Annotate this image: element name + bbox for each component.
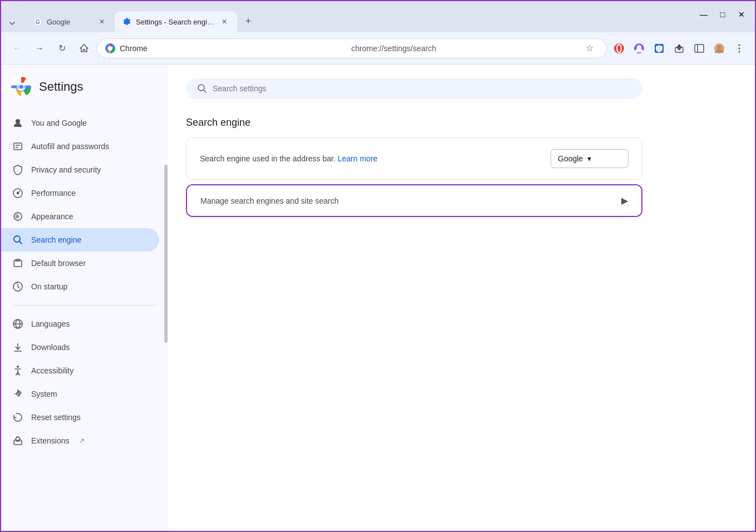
reload-button[interactable]: ↻ (52, 39, 71, 58)
sidebar-item-label: Privacy and security (31, 165, 101, 174)
svg-line-36 (19, 242, 22, 244)
settings-header: Settings (1, 76, 168, 111)
content-area: Search engine Search engine used in the … (168, 65, 755, 531)
search-engine-card: Search engine used in the address bar. L… (186, 137, 642, 180)
sidebar-item-autofill[interactable]: Autofill and passwords (1, 135, 159, 158)
sidebar-scrollbar-thumb[interactable] (164, 165, 168, 343)
manage-search-engines-row[interactable]: Manage search engines and site search ▶ (187, 185, 641, 216)
performance-icon (12, 188, 23, 199)
profile-icon[interactable] (630, 40, 648, 57)
dropdown-arrow-icon: ▾ (587, 154, 591, 163)
sidebar-icon[interactable] (690, 40, 708, 57)
minimize-button[interactable]: — (695, 6, 713, 23)
sidebar: Settings You and Google Autofill and pas… (1, 65, 168, 531)
autofill-icon (12, 141, 23, 152)
tab-settings[interactable]: Settings - Search engine ✕ (115, 11, 237, 32)
tab-settings-close[interactable]: ✕ (219, 17, 229, 27)
settings-favicon (122, 17, 131, 26)
sidebar-item-label: Languages (31, 319, 70, 328)
extensions-icon (12, 435, 23, 446)
sidebar-item-on-startup[interactable]: On startup (1, 275, 159, 298)
svg-point-32 (17, 193, 19, 194)
sidebar-item-label: Autofill and passwords (31, 142, 109, 151)
new-tab-button[interactable]: + (239, 12, 257, 30)
svg-line-48 (204, 90, 206, 92)
sidebar-item-label: Downloads (31, 343, 70, 352)
sidebar-item-privacy[interactable]: Privacy and security (1, 158, 159, 181)
tab-google-close[interactable]: ✕ (97, 17, 107, 27)
settings-page-title: Settings (39, 80, 84, 94)
sidebar-item-label: Reset settings (31, 413, 81, 422)
svg-point-44 (17, 366, 19, 368)
tab-settings-title: Settings - Search engine (136, 18, 215, 26)
svg-text:G: G (36, 19, 40, 25)
sidebar-item-label: Default browser (31, 259, 86, 268)
extension-icon[interactable] (670, 40, 688, 57)
sidebar-item-accessibility[interactable]: Accessibility (1, 359, 159, 382)
dropdown-value: Google (558, 154, 583, 163)
sidebar-item-you-and-google[interactable]: You and Google (1, 111, 159, 135)
toolbar-icons (610, 40, 748, 57)
address-bar[interactable]: Chrome chrome://settings/search ☆ (97, 38, 607, 58)
svg-point-5 (109, 46, 112, 50)
chrome-favicon (105, 43, 115, 53)
forward-button[interactable]: → (30, 39, 49, 58)
sidebar-item-search-engine[interactable]: Search engine (1, 228, 159, 252)
default-browser-icon (12, 258, 23, 269)
sidebar-item-downloads[interactable]: Downloads (1, 336, 159, 359)
account-icon[interactable] (710, 40, 728, 57)
close-button[interactable]: ✕ (733, 6, 750, 23)
system-icon (12, 388, 23, 400)
sidebar-item-label: System (31, 390, 57, 398)
sidebar-item-reset-settings[interactable]: Reset settings (1, 406, 159, 429)
languages-icon (12, 318, 23, 329)
search-bar-container (186, 78, 737, 99)
sidebar-item-system[interactable]: System (1, 382, 159, 406)
svg-point-26 (19, 85, 23, 89)
accessibility-icon (12, 365, 23, 376)
bitwarden-icon[interactable] (650, 40, 668, 57)
svg-point-47 (198, 85, 204, 91)
privacy-icon (12, 164, 23, 175)
sidebar-item-extensions[interactable]: Extensions ↗ (1, 429, 159, 452)
tab-google-title: Google (47, 18, 92, 26)
sidebar-divider (12, 305, 157, 306)
main-content: Settings You and Google Autofill and pas… (1, 65, 755, 531)
svg-point-17 (739, 47, 740, 49)
manage-search-engines-label: Manage search engines and site search (200, 196, 621, 205)
titlebar: G Google ✕ Settings - Search engine ✕ + (1, 1, 755, 32)
section-title: Search engine (186, 117, 737, 129)
manage-search-engines-card: Manage search engines and site search ▶ (186, 184, 642, 217)
sidebar-item-default-browser[interactable]: Default browser (1, 252, 159, 275)
sidebar-item-performance[interactable]: Performance (1, 181, 159, 205)
maximize-button[interactable]: □ (714, 6, 732, 23)
svg-point-27 (16, 119, 20, 124)
sidebar-item-label: On startup (31, 282, 67, 291)
learn-more-link[interactable]: Learn more (338, 154, 378, 163)
tab-dropdown[interactable] (3, 14, 21, 32)
home-button[interactable] (75, 39, 94, 58)
svg-point-45 (17, 393, 19, 395)
external-link-icon: ↗ (79, 437, 85, 445)
sidebar-item-label: Performance (31, 189, 76, 198)
sidebar-scrollbar-track (164, 65, 168, 531)
sidebar-item-label: You and Google (31, 119, 87, 127)
sidebar-item-languages[interactable]: Languages (1, 312, 159, 336)
svg-rect-12 (695, 45, 704, 52)
bookmark-icon[interactable]: ☆ (581, 40, 598, 57)
opera-icon[interactable] (610, 40, 628, 57)
menu-icon[interactable] (730, 40, 748, 57)
svg-point-18 (739, 51, 740, 52)
search-engine-icon (12, 234, 23, 245)
chrome-logo (10, 76, 32, 98)
back-button[interactable]: ← (8, 39, 27, 58)
svg-point-34 (16, 215, 19, 218)
search-settings-input[interactable] (213, 84, 631, 93)
sidebar-item-label: Appearance (31, 212, 73, 221)
svg-rect-28 (14, 143, 22, 150)
sidebar-item-appearance[interactable]: Appearance (1, 205, 159, 228)
search-engine-dropdown[interactable]: Google ▾ (551, 149, 629, 168)
tab-google[interactable]: G Google ✕ (26, 11, 115, 32)
manage-arrow-icon: ▶ (621, 195, 628, 206)
downloads-icon (12, 342, 23, 353)
